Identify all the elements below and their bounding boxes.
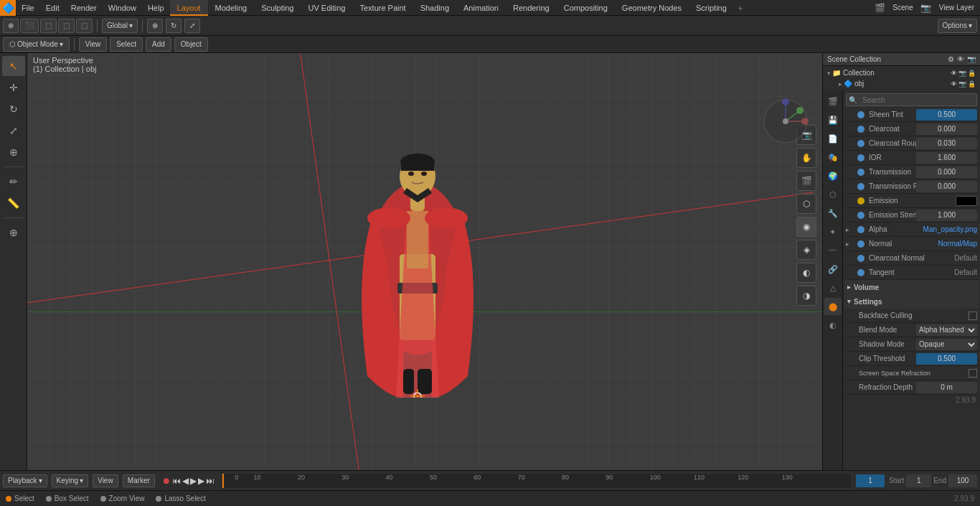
blend-mode-select[interactable]: Alpha Hashed Opaque Alpha Clip Alpha Ble… (916, 324, 977, 336)
play-btn[interactable]: ▶ (190, 476, 197, 486)
prop-scene-icon[interactable]: 🎭 (824, 149, 842, 166)
toolbar-icon2[interactable]: ⬛ (20, 19, 39, 33)
viewport-hand-btn[interactable]: ✋ (796, 148, 816, 168)
volume-section[interactable]: ▸ Volume (844, 280, 979, 294)
record-btn[interactable]: ⏺ (162, 476, 171, 486)
normal-value[interactable]: Normal/Map (938, 240, 977, 248)
menu-render[interactable]: Render (65, 0, 103, 16)
collection-camera[interactable]: 📷 (958, 70, 966, 77)
tab-layout[interactable]: Layout (170, 0, 208, 16)
alpha-value[interactable]: Man_opacity.png (923, 225, 977, 233)
menu-window[interactable]: Window (103, 0, 142, 16)
prop-physics-icon[interactable]: 〰 (824, 242, 842, 259)
tool-move[interactable]: ✛ (2, 78, 25, 98)
viewport-shading-btn1[interactable]: ◉ (796, 217, 816, 237)
tool-annotate[interactable]: ✏ (2, 172, 25, 192)
menu-edit[interactable]: Edit (40, 0, 65, 16)
scene-eye-icon[interactable]: 👁 (957, 55, 964, 63)
step-back-btn[interactable]: ◀ (182, 476, 189, 486)
transform-btn3[interactable]: ⤢ (184, 19, 200, 33)
emission-color-swatch[interactable] (956, 196, 977, 206)
viewport-shading-btn2[interactable]: ◈ (796, 240, 816, 260)
tab-rendering[interactable]: Rendering (506, 0, 557, 16)
add-menu-btn[interactable]: Add (146, 37, 171, 52)
view-menu-btn[interactable]: View (79, 37, 108, 52)
toolbar-icon1[interactable]: ⊕ (3, 19, 19, 33)
tab-scripting[interactable]: Scripting (689, 0, 734, 16)
scene-icon[interactable]: 📷 (916, 0, 936, 18)
tab-geometry-nodes[interactable]: Geometry Nodes (615, 0, 689, 16)
prop-constraints-icon[interactable]: 🔗 (824, 261, 842, 278)
tab-shading[interactable]: Shading (413, 0, 456, 16)
clearcoat-value[interactable] (916, 123, 977, 135)
marker-btn[interactable]: Marker (123, 474, 155, 487)
tree-item-collection[interactable]: ▾ 📁 Collection 👁 📷 🔒 (824, 67, 979, 78)
prop-shading-icon[interactable]: ◐ (824, 317, 842, 334)
scene-selector[interactable]: 🎬 (870, 0, 890, 18)
prop-data-icon[interactable]: △ (824, 279, 842, 296)
timeline-ruler[interactable]: 0 10 20 30 40 50 60 70 80 90 100 110 120… (222, 473, 852, 489)
step-forward-btn[interactable]: ▶ (198, 476, 204, 486)
add-tab-button[interactable]: + (734, 4, 747, 12)
playback-btn[interactable]: Playback ▾ (3, 474, 47, 487)
jump-end-btn[interactable]: ⏭ (206, 476, 215, 486)
transmission-r-value[interactable] (916, 181, 977, 192)
tree-item-obj[interactable]: ▸ 🔷 obj 👁 📷 🔒 (824, 78, 979, 89)
collection-lock[interactable]: 🔒 (968, 70, 976, 77)
view-timeline-btn[interactable]: View (93, 474, 118, 487)
status-zoom[interactable]: Zoom View (100, 495, 145, 502)
global-dropdown[interactable]: Global ▾ (102, 19, 138, 33)
tab-uv-editing[interactable]: UV Editing (301, 0, 352, 16)
scene-filter-icon[interactable]: ⚙ (948, 55, 954, 63)
prop-viewlayer-icon[interactable]: 📄 (824, 130, 842, 147)
end-frame-input[interactable] (948, 474, 977, 487)
prop-world-icon[interactable]: 🌍 (824, 167, 842, 184)
select-menu-btn[interactable]: Select (110, 37, 143, 52)
object-menu-btn[interactable]: Object (174, 37, 208, 52)
viewport-shading-btn3[interactable]: ◐ (796, 263, 816, 283)
toolbar-icon3[interactable]: ⬚ (40, 19, 57, 33)
prop-search-input[interactable] (859, 96, 976, 104)
shadow-mode-select[interactable]: Opaque Alpha Clip Alpha Hashed None (916, 339, 977, 350)
transmission-value[interactable] (916, 167, 977, 178)
tab-compositing[interactable]: Compositing (557, 0, 615, 16)
collection-eye[interactable]: 👁 (951, 70, 957, 77)
status-box-select[interactable]: Box Select (46, 495, 89, 502)
current-frame-input[interactable] (856, 474, 885, 487)
transform-btn1[interactable]: ⊕ (147, 19, 163, 33)
prop-render-icon[interactable]: 🎬 (824, 93, 842, 110)
ior-value[interactable] (916, 152, 977, 164)
tool-select[interactable]: ↖ (2, 56, 25, 76)
tab-modeling[interactable]: Modeling (208, 0, 255, 16)
backface-checkbox[interactable] (969, 311, 977, 320)
options-button[interactable]: Options ▾ (938, 19, 977, 33)
tool-scale[interactable]: ⤢ (2, 121, 25, 141)
viewport[interactable]: User Perspective (1) Collection | obj (27, 53, 822, 470)
tab-sculpting[interactable]: Sculpting (254, 0, 301, 16)
tool-add[interactable]: ⊕ (2, 222, 25, 243)
gizmo[interactable]: Y X Z (760, 96, 811, 146)
normal-expand[interactable]: ▸ (846, 240, 856, 248)
prop-modifiers-icon[interactable]: 🔧 (824, 205, 842, 222)
status-select[interactable]: Select (6, 495, 34, 502)
scene-camera-icon[interactable]: 📷 (967, 55, 976, 63)
clearcoat-rough-value[interactable] (916, 138, 977, 149)
menu-help[interactable]: Help (142, 0, 170, 16)
refraction-value[interactable] (916, 382, 977, 393)
prop-search-bar[interactable]: 🔍 (846, 93, 977, 106)
tool-measure[interactable]: 📏 (2, 193, 25, 213)
toolbar-icon4[interactable]: ⬚ (58, 19, 75, 33)
prop-particles-icon[interactable]: ✦ (824, 223, 842, 240)
status-lasso[interactable]: Lasso Select (156, 495, 205, 502)
blender-logo[interactable]: 🔷 (0, 0, 16, 16)
settings-section[interactable]: ▾ Settings (844, 294, 979, 309)
ssr-checkbox[interactable] (969, 369, 977, 378)
clip-value[interactable] (916, 353, 977, 365)
tool-rotate[interactable]: ↻ (2, 99, 25, 119)
emission-strength-value[interactable] (916, 210, 977, 221)
viewport-render-btn[interactable]: 🎬 (796, 171, 816, 191)
tab-texture-paint[interactable]: Texture Paint (352, 0, 413, 16)
keying-btn[interactable]: Keying ▾ (52, 474, 89, 487)
prop-material-icon[interactable]: ⬤ (824, 298, 842, 315)
tool-transform[interactable]: ⊕ (2, 142, 25, 162)
